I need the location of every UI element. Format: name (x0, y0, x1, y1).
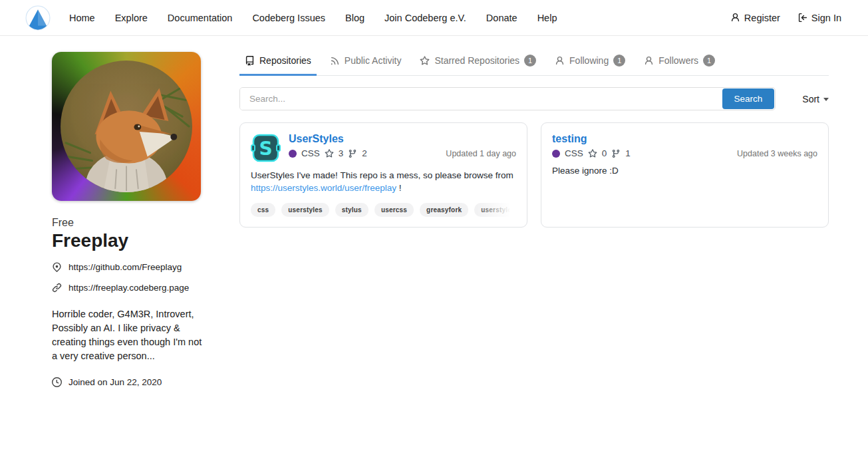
topic-tag[interactable]: stylus (335, 203, 368, 217)
profile-joined-row: Joined on Jun 22, 2020 (52, 377, 205, 387)
rss-icon (330, 56, 340, 66)
star-icon (420, 56, 430, 66)
fork-icon (348, 149, 357, 158)
tab-following[interactable]: Following 1 (549, 47, 631, 76)
repo-description: Please ignore :D (552, 165, 817, 178)
nav-links: Home Explore Documentation Codeberg Issu… (69, 13, 730, 23)
repo-card-testing: testing CSS 0 1 Updated 3 weeks ago (541, 122, 829, 228)
sign-in-icon (797, 13, 807, 23)
topic-tag[interactable]: usercss (374, 203, 414, 217)
topic-list: css userstyles stylus usercss greasyfork… (251, 203, 516, 217)
language-dot (552, 150, 560, 158)
starred-count-badge: 1 (524, 55, 536, 67)
fox-avatar-image (61, 61, 192, 192)
nav-help[interactable]: Help (537, 13, 557, 23)
repo-name-link[interactable]: testing (552, 133, 817, 145)
profile-main: Repositories Public Activity Starred Rep… (239, 36, 829, 387)
followers-count-badge: 1 (703, 55, 715, 67)
fork-count: 1 (625, 148, 631, 158)
description-link[interactable]: https://userstyles.world/user/freeplay (251, 183, 396, 193)
chevron-down-icon (823, 98, 829, 101)
profile-display-name: Free (52, 217, 205, 229)
clock-icon (52, 377, 62, 387)
nav-codeberg-issues[interactable]: Codeberg Issues (252, 13, 325, 23)
language-label: CSS (301, 148, 320, 158)
profile-joined-text: Joined on Jun 22, 2020 (69, 377, 162, 387)
profile-website-link[interactable]: https://freeplay.codeberg.page (69, 283, 189, 293)
nav-home[interactable]: Home (69, 13, 95, 23)
tab-starred-repositories[interactable]: Starred Repositories 1 (414, 47, 541, 76)
codeberg-logo[interactable] (25, 5, 51, 31)
nav-documentation[interactable]: Documentation (168, 13, 233, 23)
topic-tag[interactable]: greasyfork (420, 203, 468, 217)
sort-label: Sort (802, 94, 819, 104)
register-link[interactable]: Register (730, 13, 780, 23)
tab-followers[interactable]: Followers 1 (639, 47, 720, 76)
stylus-logo-avatar[interactable]: S (251, 133, 281, 163)
search-input[interactable] (240, 88, 722, 110)
search-input-group: Search (239, 87, 776, 110)
profile-location-text: https://github.com/Freeplayg (69, 262, 182, 272)
language-dot (289, 150, 297, 158)
topic-tag[interactable]: userstyle (474, 203, 516, 217)
tab-following-label: Following (569, 55, 609, 66)
language-label: CSS (565, 148, 583, 158)
profile-location-row: https://github.com/Freeplayg (52, 262, 205, 272)
svg-text:S: S (259, 138, 272, 160)
nav-join-codeberg[interactable]: Join Codeberg e.V. (384, 13, 466, 23)
nav-explore[interactable]: Explore (115, 13, 148, 23)
repo-description-suffix: ! (396, 183, 402, 193)
search-button[interactable]: Search (722, 88, 775, 109)
tab-repositories-label: Repositories (259, 55, 311, 66)
nav-auth-area: Register Sign In (730, 13, 841, 23)
updated-timestamp: Updated 1 day ago (446, 149, 516, 158)
profile-sidebar: Free Freeplay https://github.com/Freepla… (52, 36, 205, 387)
top-navbar: Home Explore Documentation Codeberg Issu… (0, 0, 868, 36)
repo-card-userstyles: S UserStyles CSS 3 2 Upd (239, 122, 527, 228)
profile-bio: Horrible coder, G4M3R, Introvert, Possib… (52, 307, 205, 364)
profile-tabs: Repositories Public Activity Starred Rep… (239, 47, 829, 76)
nav-blog[interactable]: Blog (345, 13, 364, 23)
tab-repositories[interactable]: Repositories (239, 47, 317, 76)
star-icon (325, 149, 334, 158)
link-icon (52, 283, 62, 293)
repo-search-row: Search Sort (239, 87, 829, 110)
tab-public-activity[interactable]: Public Activity (325, 47, 407, 76)
register-label: Register (744, 13, 780, 23)
fork-icon (611, 149, 621, 158)
person-icon (644, 56, 654, 66)
star-count: 3 (339, 148, 344, 158)
sign-in-label: Sign In (811, 13, 841, 23)
sign-in-link[interactable]: Sign In (797, 13, 841, 23)
location-pin-icon (52, 262, 62, 272)
repo-name-link[interactable]: UserStyles (289, 133, 516, 145)
profile-username: Freeplay (52, 230, 205, 251)
tab-starred-label: Starred Repositories (434, 55, 519, 66)
sort-dropdown[interactable]: Sort (802, 94, 829, 104)
person-icon (555, 56, 565, 66)
star-icon (588, 149, 597, 158)
topic-tag[interactable]: css (251, 203, 275, 217)
following-count-badge: 1 (613, 55, 625, 67)
user-avatar[interactable] (52, 52, 201, 201)
repo-description: UserStyles I've made! This repo is a mes… (251, 170, 516, 194)
topic-tag[interactable]: userstyles (281, 203, 329, 217)
updated-timestamp: Updated 3 weeks ago (737, 149, 817, 158)
tab-public-activity-label: Public Activity (345, 55, 402, 66)
star-count: 0 (602, 148, 607, 158)
nav-donate[interactable]: Donate (486, 13, 517, 23)
repo-icon (245, 56, 255, 66)
person-icon (730, 13, 740, 23)
profile-website-row: https://freeplay.codeberg.page (52, 283, 205, 293)
repo-description-text: UserStyles I've made! This repo is a mes… (251, 170, 513, 180)
tab-followers-label: Followers (658, 55, 698, 66)
repo-list: S UserStyles CSS 3 2 Upd (239, 122, 829, 228)
fork-count: 2 (362, 148, 367, 158)
